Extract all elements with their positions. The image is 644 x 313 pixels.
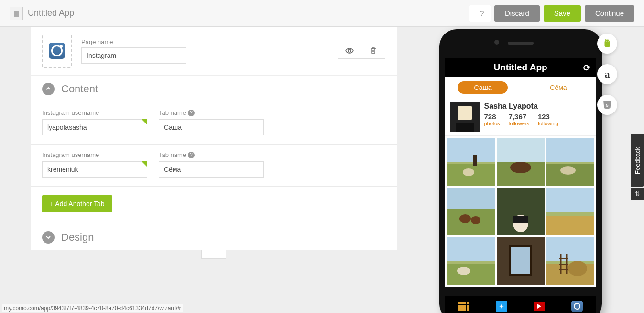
design-title: Design: [61, 231, 94, 244]
tabname-label: Tab name?: [159, 151, 264, 158]
svg-rect-9: [447, 209, 495, 235]
nav-youtube-icon[interactable]: [521, 296, 558, 313]
trash-icon: [370, 47, 377, 55]
design-section-header[interactable]: Design: [31, 224, 397, 250]
svg-rect-16: [447, 264, 495, 285]
stat-followers: 7,367followers: [509, 112, 529, 126]
delete-button[interactable]: [361, 43, 385, 59]
svg-point-21: [568, 261, 587, 276]
phone-screen: Untitled App ⟳ Саша Сёма Sasha Lyapota 7…: [445, 58, 596, 313]
instagram-icon: [49, 43, 65, 59]
svg-point-17: [457, 267, 470, 275]
svg-rect-3: [497, 138, 545, 162]
svg-point-28: [608, 41, 609, 42]
help-icon[interactable]: ?: [188, 152, 195, 158]
photo-thumb[interactable]: [497, 188, 545, 235]
username-input-1[interactable]: [42, 119, 147, 135]
photo-thumb[interactable]: [447, 188, 495, 235]
discard-button[interactable]: Discard: [494, 5, 540, 22]
browser-status-url: my.como.com/app/3943f7f7-4839-4c70-8a70-…: [2, 304, 183, 312]
app-icon: ▦: [10, 7, 23, 20]
bottom-nav: ✦: [445, 296, 596, 313]
html5-icon: 5: [602, 100, 612, 110]
amazon-platform-button[interactable]: a: [597, 64, 617, 84]
svg-point-11: [471, 216, 480, 224]
svg-point-5: [510, 162, 531, 173]
eye-icon: [345, 47, 354, 54]
page-header-panel: Page name: [31, 27, 397, 75]
help-icon[interactable]: ?: [188, 110, 195, 116]
save-button[interactable]: Save: [544, 5, 581, 22]
photo-thumb[interactable]: [497, 138, 545, 186]
photo-thumb[interactable]: [546, 237, 594, 285]
phone-frame: Untitled App ⟳ Саша Сёма Sasha Lyapota 7…: [439, 29, 602, 313]
help-button[interactable]: ?: [469, 5, 491, 22]
tabname-input-2[interactable]: [159, 161, 264, 178]
stat-following: 123following: [538, 112, 558, 126]
photo-grid[interactable]: [445, 136, 596, 287]
svg-text:5: 5: [606, 103, 608, 108]
continue-button[interactable]: Continue: [585, 5, 634, 22]
content-title: Content: [61, 83, 98, 95]
android-platform-button[interactable]: [597, 34, 617, 54]
photo-thumb[interactable]: [546, 188, 594, 235]
collapse-icon[interactable]: [42, 83, 55, 95]
preview-app-header: Untitled App ⟳: [445, 58, 596, 77]
preview-tab-2[interactable]: Сёма: [534, 81, 583, 94]
avatar: [450, 102, 480, 132]
expand-icon[interactable]: [42, 231, 55, 244]
photo-thumb[interactable]: [497, 237, 545, 285]
preview-button[interactable]: [338, 43, 361, 59]
svg-point-10: [459, 214, 471, 223]
add-tab-button[interactable]: + Add Another Tab: [42, 195, 112, 212]
preview-tabs: Саша Сёма: [445, 77, 596, 98]
feedback-tab[interactable]: Feedback: [631, 134, 644, 187]
nav-twitter-icon[interactable]: ✦: [483, 296, 521, 313]
page-name-label: Page name: [81, 38, 328, 45]
preview-tab-1[interactable]: Саша: [458, 81, 508, 94]
panel-collapse-handle[interactable]: —: [201, 250, 226, 259]
page-icon-slot[interactable]: [42, 34, 72, 68]
app-title: Untitled App: [28, 8, 74, 18]
svg-rect-14: [513, 216, 528, 223]
tab-config-row: Instagram username Tab name?: [31, 102, 397, 144]
refresh-icon[interactable]: ⟳: [583, 63, 590, 73]
top-bar: ▦ Untitled App ? Discard Save Continue: [0, 0, 644, 27]
svg-rect-1: [473, 155, 477, 166]
photo-thumb[interactable]: [546, 138, 594, 186]
editor-column: Page name Content Instagram usernam: [0, 27, 397, 313]
nav-instagram-icon[interactable]: [558, 296, 596, 313]
preview-app-title: Untitled App: [493, 62, 547, 73]
amazon-icon: a: [605, 68, 610, 80]
svg-rect-8: [447, 188, 495, 209]
username-label: Instagram username: [42, 109, 147, 116]
photo-thumb[interactable]: [447, 138, 495, 186]
stat-photos: 728photos: [484, 112, 500, 126]
profile-name: Sasha Lyapota: [484, 102, 591, 111]
profile-block: Sasha Lyapota 728photos 7,367followers 1…: [445, 98, 596, 136]
svg-rect-15: [546, 216, 594, 235]
username-input-2[interactable]: [42, 161, 147, 178]
tabname-label: Tab name?: [159, 109, 264, 116]
svg-point-27: [606, 41, 607, 42]
add-tab-row: + Add Another Tab: [31, 186, 397, 224]
svg-rect-19: [510, 246, 531, 275]
page-name-input[interactable]: [81, 47, 186, 64]
feedback-settings-icon[interactable]: ⇅: [631, 188, 644, 200]
username-label: Instagram username: [42, 151, 147, 158]
content-section-header[interactable]: Content: [31, 76, 397, 102]
tab-config-row: Instagram username Tab name?: [31, 144, 397, 186]
nav-grid-icon[interactable]: [445, 296, 483, 313]
photo-thumb[interactable]: [447, 237, 495, 285]
svg-point-2: [463, 168, 474, 176]
tabname-input-1[interactable]: [159, 119, 264, 135]
html5-platform-button[interactable]: 5: [597, 95, 617, 115]
platform-switcher: a 5: [597, 34, 617, 115]
svg-point-7: [560, 166, 576, 175]
android-icon: [602, 38, 612, 49]
